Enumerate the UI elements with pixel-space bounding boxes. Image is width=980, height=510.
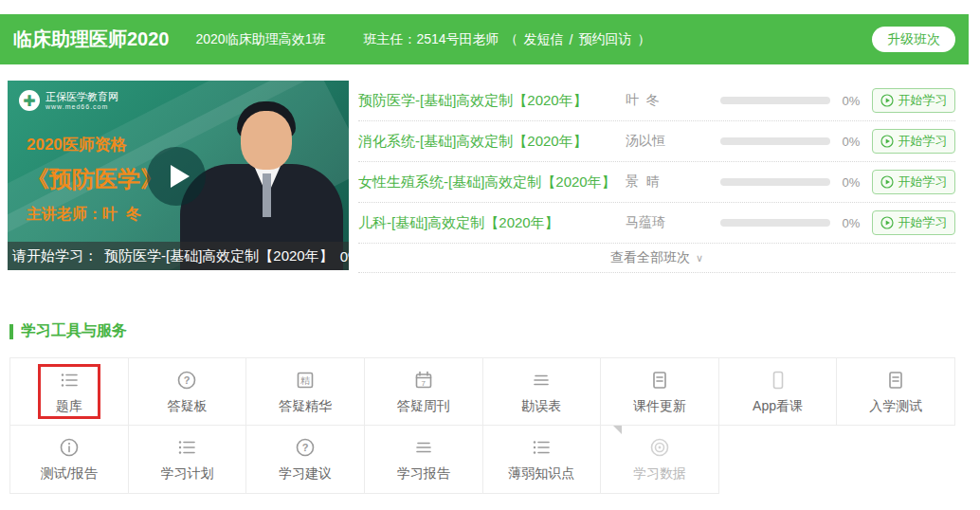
tool-label: 薄弱知识点 [508,465,574,483]
tool-study-data[interactable]: 学习数据 [601,426,719,494]
caption-prefix: 请开始学习： [12,247,98,265]
course-title-link[interactable]: 儿科-[基础]高效定制【2020年】 [358,214,626,232]
play-circle-icon [880,94,894,107]
link-separator: / [570,32,573,47]
section-title: 学习工具与服务 [21,321,127,341]
tools-section-header: 学习工具与服务 [9,321,127,341]
course-row: 预防医学-[基础]高效定制【2020年】 叶 冬 0% 开始学习 [358,81,955,121]
progress-percent: 0% [830,135,872,149]
document-icon [884,369,907,392]
target-icon [648,436,671,459]
play-icon [171,165,190,188]
tool-label: 入学测试 [869,398,922,415]
brand-site: www.med66.com [45,103,118,110]
lines-icon [530,369,553,392]
tool-study-advice[interactable]: ? 学习建议 [246,426,365,494]
send-sms-link[interactable]: 发短信 [524,31,564,48]
calendar-7-icon: 7 [412,369,435,392]
svg-text:?: ? [184,374,191,386]
teacher-photo [241,111,292,170]
course-title-link[interactable]: 消化系统-[基础]高效定制【2020年】 [358,133,626,151]
tool-label: 课件更新 [633,398,686,415]
video-title-line3: 主讲老师：叶 冬 [27,205,163,225]
video-caption: 请开始学习： 预防医学-[基础]高效定制【2020年】 0% [8,242,349,270]
course-list: 预防医学-[基础]高效定制【2020年】 叶 冬 0% 开始学习 消化系统-[基… [358,81,955,273]
svg-text:精: 精 [300,375,310,386]
tool-label: App看课 [753,398,803,415]
advisor-label: 班主任：2514号田老师 [363,31,499,48]
tool-label: 学习计划 [160,465,213,483]
start-learning-button[interactable]: 开始学习 [872,210,955,235]
tool-label: 答疑精华 [279,398,332,415]
digest-square-icon: 精 [294,369,317,392]
caption-course: 预防医学-[基础]高效定制【2020年】 [104,247,334,265]
course-row: 消化系统-[基础]高效定制【2020年】 汤以恒 0% 开始学习 [358,121,955,162]
start-learning-button[interactable]: 开始学习 [872,129,955,154]
progress-bar [720,97,830,104]
chevron-down-icon: ∨ [696,252,703,264]
course-teacher: 景 晴 [626,173,720,191]
play-circle-icon [880,216,894,229]
info-circle-icon [58,436,81,459]
course-row: 女性生殖系统-[基础]高效定制【2020年】 景 晴 0% 开始学习 [358,162,955,203]
tool-study-report[interactable]: 学习报告 [365,426,483,494]
class-session-name: 2020临床助理高效1班 [196,31,326,48]
upgrade-class-button[interactable]: 升级班次 [872,27,955,52]
tool-qa-weekly[interactable]: 7 答疑周刊 [365,357,483,426]
tool-question-bank[interactable]: 题库 [10,357,129,426]
course-row: 儿科-[基础]高效定制【2020年】 马蕴琦 0% 开始学习 [358,203,955,244]
class-header-bar: 临床助理医师2020 2020临床助理高效1班 班主任：2514号田老师 （ 发… [0,14,969,64]
empty-cell [719,426,838,494]
tool-app-learning[interactable]: App看课 [719,357,838,426]
start-learning-button[interactable]: 开始学习 [872,170,955,194]
course-teacher: 马蕴琦 [626,214,720,231]
tool-test-report[interactable]: 测试/报告 [10,426,129,494]
progress-percent: 0% [830,175,872,190]
callback-appointment-link[interactable]: 预约回访 [578,31,631,48]
phone-icon [767,369,789,392]
course-teacher: 叶 冬 [626,92,720,109]
svg-text:7: 7 [421,378,426,387]
tool-entrance-test[interactable]: 入学测试 [837,357,955,426]
list-icon [58,369,81,392]
tool-label: 学习报告 [397,465,450,483]
caption-progress: 0% [340,248,349,264]
video-title-line2: 《预防医学》 [27,164,163,194]
tool-courseware-updates[interactable]: 课件更新 [601,357,719,426]
tool-label: 勘误表 [521,398,561,415]
brand-name: 正保医学教育网 [45,91,118,104]
teacher-photo [263,173,271,217]
tool-weak-points[interactable]: 薄弱知识点 [483,426,602,494]
start-learning-button[interactable]: 开始学习 [872,88,955,113]
tool-label: 学习建议 [279,465,332,483]
course-title-link[interactable]: 预防医学-[基础]高效定制【2020年】 [358,92,626,110]
progress-bar [720,137,830,145]
course-teacher: 汤以恒 [626,133,720,150]
video-title-block: 2020医师资格 《预防医学》 主讲老师：叶 冬 [27,134,163,225]
list-icon [530,436,553,459]
course-video-thumbnail[interactable]: ✚ 正保医学教育网 www.med66.com 2020医师资格 《预防医学》 … [8,81,349,270]
corner-marker [613,426,622,434]
class-title: 临床助理医师2020 [13,27,170,52]
tool-qa-digest[interactable]: 精 答疑精华 [246,357,365,426]
view-all-classes-button[interactable]: 查看全部班次 ∨ [358,244,955,273]
brand-logo: ✚ 正保医学教育网 www.med66.com [19,90,118,111]
play-button[interactable] [147,147,206,206]
section-accent-bar [9,324,13,339]
progress-bar [720,219,830,227]
course-title-link[interactable]: 女性生殖系统-[基础]高效定制【2020年】 [358,173,626,191]
tool-study-plan[interactable]: 学习计划 [129,426,247,494]
tool-errata[interactable]: 勘误表 [483,357,602,426]
paren-close: ） [637,31,650,48]
tool-label: 题库 [56,398,82,415]
list-icon [175,436,198,459]
play-circle-icon [880,135,894,148]
empty-cell [837,426,955,494]
tool-label: 答疑周刊 [397,398,450,415]
progress-bar [720,178,830,186]
tool-qa-board[interactable]: ? 答疑板 [129,357,247,426]
play-circle-icon [880,175,894,189]
tool-label: 学习数据 [633,465,686,483]
lines-icon [412,436,435,459]
video-title-line1: 2020医师资格 [27,134,163,155]
